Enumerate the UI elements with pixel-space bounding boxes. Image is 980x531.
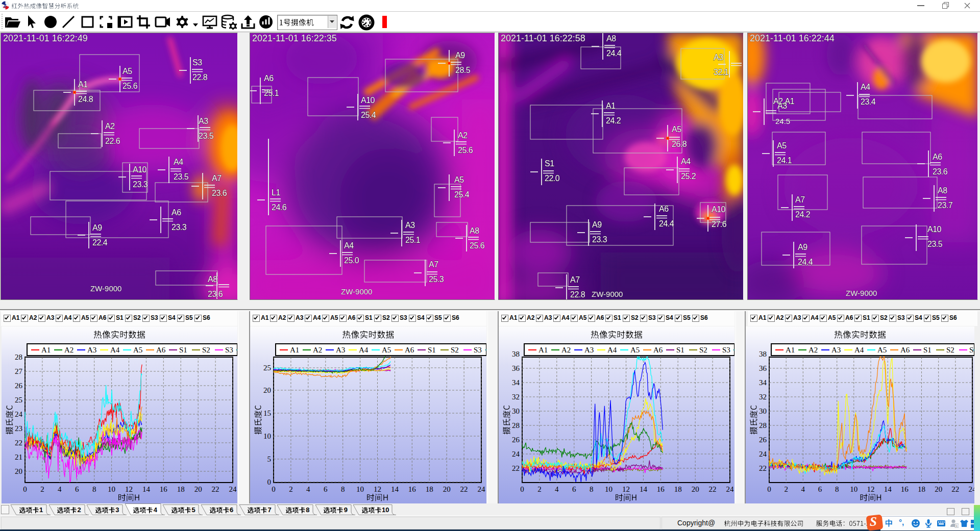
svg-text:12: 12: [622, 485, 630, 493]
svg-text:25.6: 25.6: [470, 241, 485, 250]
svg-text:22.6: 22.6: [105, 137, 120, 145]
svg-text:A3: A3: [831, 346, 841, 354]
svg-text:25.6: 25.6: [122, 82, 138, 90]
svg-text:6: 6: [324, 485, 328, 493]
svg-text:A9: A9: [798, 243, 807, 251]
svg-text:2021-11-01 16:22:44: 2021-11-01 16:22:44: [750, 33, 835, 43]
svg-text:23.5: 23.5: [199, 132, 214, 140]
svg-text:18: 18: [177, 485, 185, 493]
svg-text:5: 5: [267, 455, 272, 463]
svg-text:2021-11-01 16:22:35: 2021-11-01 16:22:35: [252, 33, 337, 43]
svg-text:25.3: 25.3: [429, 275, 444, 284]
svg-text:0: 0: [267, 478, 272, 486]
svg-text:24.6: 24.6: [272, 203, 287, 212]
svg-text:A4: A4: [174, 158, 183, 166]
svg-text:28: 28: [512, 421, 520, 429]
svg-text:S1: S1: [545, 159, 554, 168]
svg-text:23.5: 23.5: [927, 240, 943, 248]
svg-text:16: 16: [901, 485, 909, 493]
svg-text:25.4: 25.4: [361, 111, 376, 119]
svg-text:A1: A1: [41, 346, 51, 354]
svg-text:24.2: 24.2: [606, 116, 621, 125]
svg-text:S1: S1: [428, 346, 436, 354]
svg-text:20: 20: [443, 485, 451, 493]
svg-text:A2: A2: [313, 346, 322, 354]
svg-text:A7: A7: [212, 174, 222, 183]
svg-text:18: 18: [426, 485, 433, 493]
svg-text:20: 20: [692, 485, 699, 493]
svg-text:2: 2: [784, 485, 788, 493]
svg-text:8: 8: [92, 485, 96, 493]
svg-text:L1: L1: [272, 188, 280, 197]
svg-text:A2: A2: [808, 346, 818, 354]
svg-text:24: 24: [478, 485, 486, 493]
svg-text:16: 16: [408, 485, 416, 493]
svg-text:A6: A6: [264, 74, 274, 83]
svg-text:S3: S3: [225, 346, 233, 354]
svg-text:20: 20: [263, 386, 271, 394]
svg-text:26: 26: [759, 436, 767, 444]
svg-text:A6: A6: [405, 346, 414, 354]
svg-text:S3: S3: [722, 346, 730, 354]
svg-text:15: 15: [263, 409, 271, 417]
svg-text:22.0: 22.0: [545, 174, 560, 183]
svg-text:A3: A3: [777, 102, 787, 110]
svg-text:10: 10: [605, 485, 612, 493]
svg-text:ZW-9000: ZW-9000: [846, 289, 877, 297]
svg-text:26.8: 26.8: [672, 140, 687, 148]
svg-text:2: 2: [40, 485, 44, 493]
svg-text:24: 24: [759, 450, 767, 458]
svg-text:A6: A6: [172, 208, 181, 217]
svg-text:ZW-9000: ZW-9000: [341, 287, 372, 296]
svg-text:A5: A5: [382, 346, 391, 354]
svg-text:16: 16: [657, 485, 665, 493]
svg-text:23.6: 23.6: [208, 290, 223, 298]
svg-text:A5: A5: [877, 346, 887, 354]
svg-text:22: 22: [951, 485, 959, 493]
svg-text:A10: A10: [712, 205, 726, 214]
svg-text:A7: A7: [429, 260, 438, 269]
svg-text:A2: A2: [64, 346, 74, 354]
svg-text:34: 34: [512, 378, 520, 387]
svg-text:A2: A2: [561, 346, 571, 354]
svg-text:S2: S2: [946, 346, 954, 354]
svg-text:0: 0: [23, 485, 27, 493]
svg-text:10: 10: [108, 485, 115, 493]
svg-text:ZW-9000: ZW-9000: [592, 290, 623, 298]
svg-text:A8: A8: [606, 34, 616, 43]
svg-text:24.8: 24.8: [78, 95, 93, 104]
svg-text:23.6: 23.6: [212, 189, 227, 197]
svg-text:30: 30: [759, 407, 767, 415]
svg-text:A1: A1: [606, 102, 616, 110]
svg-text:28: 28: [15, 353, 22, 361]
svg-text:38: 38: [759, 350, 767, 358]
svg-text:23.3: 23.3: [592, 235, 607, 244]
svg-text:21: 21: [15, 453, 22, 461]
svg-text:25.0: 25.0: [344, 256, 359, 265]
svg-text:24: 24: [726, 485, 734, 493]
svg-text:A7: A7: [570, 275, 580, 284]
svg-text:25: 25: [263, 364, 271, 372]
svg-text:A10: A10: [133, 165, 147, 174]
svg-text:25: 25: [15, 396, 22, 404]
svg-text:27.6: 27.6: [712, 220, 727, 229]
svg-text:23.7: 23.7: [938, 201, 953, 210]
svg-text:6: 6: [75, 485, 79, 493]
svg-text:ZW-9000: ZW-9000: [90, 284, 121, 293]
svg-text:S3: S3: [192, 58, 202, 67]
svg-text:34: 34: [759, 378, 767, 387]
svg-text:24.5: 24.5: [775, 117, 790, 125]
svg-text:38: 38: [512, 350, 520, 358]
svg-text:23.4: 23.4: [861, 97, 876, 106]
svg-text:A1: A1: [538, 346, 548, 354]
svg-text:12: 12: [125, 485, 133, 493]
svg-text:25.1: 25.1: [405, 236, 421, 244]
svg-text:14: 14: [640, 485, 648, 493]
svg-text:A4: A4: [344, 241, 354, 250]
svg-text:A10: A10: [361, 96, 375, 105]
svg-text:0: 0: [272, 485, 276, 493]
svg-text:23.3: 23.3: [133, 180, 148, 189]
svg-text:2: 2: [537, 485, 542, 493]
svg-text:24.2: 24.2: [795, 210, 811, 219]
svg-text:A9: A9: [92, 223, 102, 232]
